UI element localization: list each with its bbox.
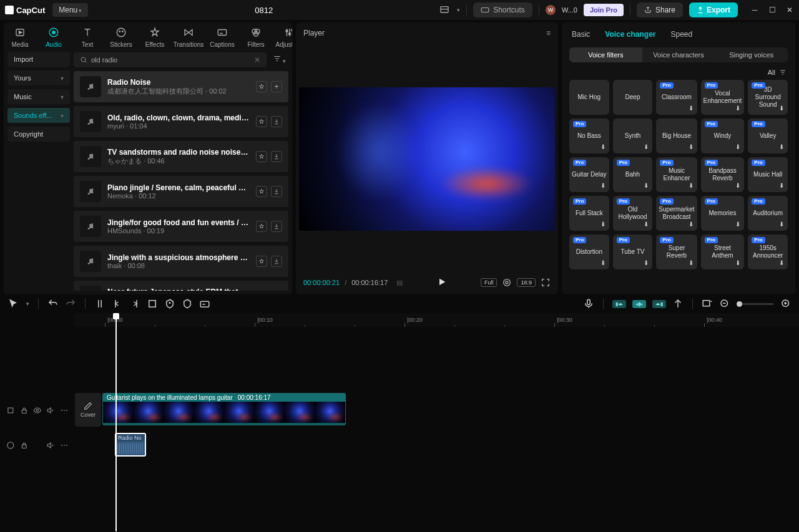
pointer-tool[interactable] (7, 298, 19, 309)
favorite-button[interactable] (256, 116, 267, 127)
subtab-singing-voices[interactable]: Singing voices (715, 47, 788, 62)
filter-icon[interactable] (779, 69, 787, 76)
effect-distortion[interactable]: ProDistortion⬇ (569, 235, 609, 269)
video-preview[interactable] (299, 87, 555, 231)
category-music[interactable]: Music▾ (7, 89, 70, 104)
category-soundseff[interactable]: Sounds eff...▾ (7, 108, 70, 123)
zoom-out-button[interactable] (719, 298, 730, 309)
favorite-button[interactable] (256, 81, 267, 92)
result-item[interactable]: Piano jingle / Serene, calm, peaceful en… (74, 176, 288, 207)
result-item[interactable]: Jingle with a suspicious atmosphere like… (74, 246, 288, 277)
filter-button[interactable]: ▾ (270, 52, 288, 67)
audio-track-mute-icon[interactable] (47, 441, 56, 450)
effect-windy[interactable]: ProWindy⬇ (701, 118, 745, 153)
add-button[interactable]: + (271, 81, 282, 92)
all-filter[interactable]: All (768, 69, 775, 76)
download-button[interactable] (271, 221, 282, 232)
tab-stickers[interactable]: Stickers (111, 26, 131, 48)
user-avatar[interactable]: W (546, 5, 556, 15)
full-button[interactable]: Full (481, 278, 498, 287)
tab-adjustmer[interactable]: Adjustmer (280, 26, 292, 48)
result-item[interactable]: Jingle/for good food and fun events / we… (74, 211, 288, 242)
audio-clip[interactable]: Radio No (115, 433, 146, 457)
track-lock-icon[interactable] (20, 406, 29, 415)
track-mute-icon[interactable] (47, 406, 56, 415)
preview-tool[interactable] (702, 298, 713, 309)
download-button[interactable] (271, 116, 282, 127)
effect-bandpass-reverb[interactable]: ProBandpass Reverb⬇ (701, 157, 745, 192)
search-clear-button[interactable]: ✕ (254, 56, 260, 64)
split-tool[interactable] (94, 298, 105, 309)
undo-button[interactable] (47, 298, 59, 309)
category-yours[interactable]: Yours▾ (7, 70, 70, 85)
category-copyright[interactable]: Copyright (7, 127, 70, 142)
favorite-button[interactable] (256, 186, 267, 197)
track-more-icon[interactable]: ⋯ (60, 406, 69, 415)
crop-tool[interactable] (147, 298, 158, 309)
right-tab-basic[interactable]: Basic (572, 30, 590, 39)
result-item[interactable]: Old, radio, clown, clown, drama, medieva… (74, 106, 288, 137)
effect-full-stack[interactable]: ProFull Stack⬇ (569, 196, 609, 231)
result-item[interactable]: TV sandstorms and radio noise noise (old… (74, 141, 288, 172)
player-menu-icon[interactable]: ≡ (546, 29, 551, 37)
download-button[interactable] (271, 151, 282, 162)
track-option-2[interactable]: ◂▮▸ (632, 300, 646, 308)
effect-guitar-delay[interactable]: ProGuitar Delay⬇ (569, 157, 609, 192)
track-settings-icon[interactable] (6, 406, 15, 415)
right-tab-speed[interactable]: Speed (670, 30, 692, 39)
trim-right-tool[interactable] (129, 298, 140, 309)
track-option-1[interactable]: ▮◂▸ (612, 300, 626, 308)
search-input[interactable] (91, 56, 250, 64)
effect-no-bass[interactable]: ProNo Bass⬇ (569, 118, 609, 153)
audio-track-type-icon[interactable] (6, 441, 15, 450)
result-item[interactable]: Radio Noise成都潜在人工智能科技有限公司 · 00:02 + (74, 71, 288, 102)
effect-memories[interactable]: ProMemories⬇ (701, 196, 745, 231)
subtab-voice-characters[interactable]: Voice characters (642, 47, 715, 62)
crop-icon[interactable] (502, 278, 512, 288)
tab-captions[interactable]: Captions (212, 26, 232, 48)
effect-super-reverb[interactable]: ProSuper Reverb⬇ (656, 235, 697, 269)
effect--d-surround-sound[interactable]: Pro3D Surround Sound⬇ (748, 80, 788, 115)
zoom-in-button[interactable] (780, 298, 792, 309)
effect-big-house[interactable]: Big House⬇ (656, 118, 697, 153)
track-option-3[interactable]: ◂▸▮ (652, 300, 666, 308)
download-button[interactable] (271, 256, 282, 267)
track-visible-icon[interactable] (33, 406, 42, 415)
menu-button[interactable]: Menu▾ (52, 3, 88, 17)
playhead[interactable] (115, 316, 117, 531)
align-tool[interactable] (672, 298, 684, 309)
effect-tube-tv[interactable]: ProTube TV⬇ (613, 235, 653, 269)
effect-auditorium[interactable]: ProAuditorium⬇ (748, 196, 788, 231)
marker-tool[interactable] (164, 298, 175, 309)
favorite-button[interactable] (256, 256, 267, 267)
subtab-voice-filters[interactable]: Voice filters (569, 47, 642, 62)
close-button[interactable]: ✕ (785, 6, 794, 14)
download-button[interactable] (271, 186, 282, 197)
pointer-dropdown[interactable]: ▾ (26, 301, 29, 307)
result-item[interactable]: Near-future Japanese-style EDM that is l… (74, 281, 288, 291)
join-pro-button[interactable]: Join Pro (584, 4, 624, 16)
effect-synth[interactable]: Synth⬇ (613, 118, 653, 153)
compare-icon[interactable]: ▤ (396, 279, 403, 287)
right-tab-voice-changer[interactable]: Voice changer (605, 30, 655, 39)
trim-left-tool[interactable] (112, 298, 123, 309)
video-clip[interactable]: Guitarist plays on the illuminated lamps… (102, 393, 346, 425)
effect-music-hall[interactable]: ProMusic Hall⬇ (748, 157, 788, 192)
audio-track-more-icon[interactable]: ⋯ (60, 441, 69, 450)
minimize-button[interactable]: ─ (750, 6, 759, 14)
cover-button[interactable]: Cover (75, 393, 101, 427)
export-button[interactable]: Export (689, 2, 738, 17)
timeline-ruler[interactable]: |00:00|00:10|00:20|00:30|00:40 (75, 313, 799, 327)
zoom-slider[interactable] (737, 303, 774, 305)
tab-transitions[interactable]: Transitions (179, 26, 199, 48)
effect-vocal-enhancement[interactable]: ProVocal Enhancement⬇ (701, 80, 745, 115)
maximize-button[interactable]: ☐ (768, 6, 777, 14)
effect-supermarket-broadcast[interactable]: ProSupermarket Broadcast⬇ (656, 196, 697, 231)
tab-audio[interactable]: Audio (44, 26, 64, 48)
audio-track-lock-icon[interactable] (20, 441, 29, 450)
favorite-button[interactable] (256, 151, 267, 162)
effect-mic-hog[interactable]: Mic Hog (569, 80, 609, 115)
layout-dropdown[interactable]: ▾ (457, 7, 460, 13)
effect-bahh[interactable]: ProBahh⬇ (613, 157, 653, 192)
effect-classroom[interactable]: ProClassroom⬇ (656, 80, 697, 115)
